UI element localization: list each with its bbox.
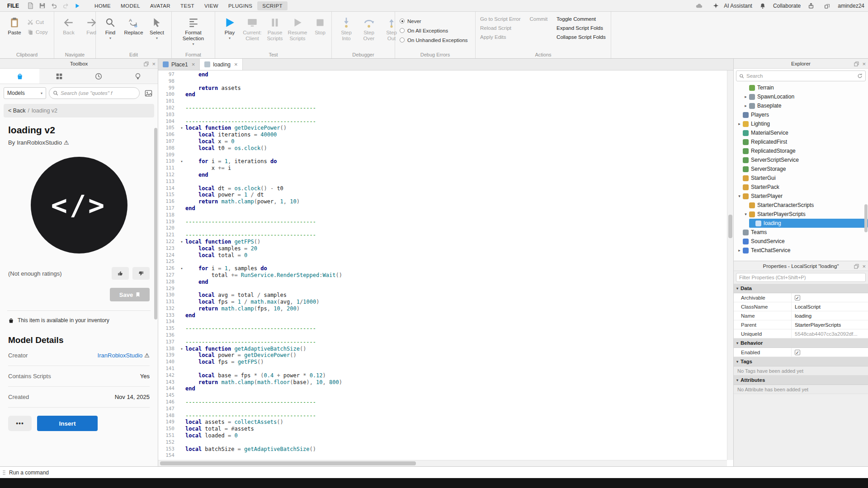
- explorer-item-starterplayerscripts[interactable]: ▾StarterPlayerScripts: [734, 210, 868, 219]
- toolbox-scrollbar-thumb[interactable]: [154, 128, 157, 319]
- line-number[interactable]: 135: [158, 325, 178, 332]
- line-number[interactable]: 111: [158, 165, 178, 172]
- find-button[interactable]: Find ▾: [100, 15, 120, 41]
- line-number[interactable]: 103: [158, 112, 178, 118]
- line-number[interactable]: 142: [158, 372, 178, 379]
- fold-arrow-icon[interactable]: ▾: [178, 125, 185, 131]
- back-button[interactable]: Back: [59, 15, 79, 37]
- line-number[interactable]: 122: [158, 239, 178, 245]
- explorer-item-replicatedfirst[interactable]: ReplicatedFirst: [734, 137, 868, 146]
- action-reload-script[interactable]: Reload Script: [480, 25, 520, 31]
- line-number[interactable]: 133: [158, 312, 178, 319]
- line-number[interactable]: 124: [158, 252, 178, 259]
- copy-button[interactable]: Copy: [27, 29, 48, 35]
- line-number[interactable]: 138: [158, 346, 178, 352]
- current-client-button[interactable]: Current:Client: [242, 15, 262, 43]
- code-line-120[interactable]: 120: [158, 225, 727, 232]
- explorer-item-starterplayer[interactable]: ▾StarterPlayer: [734, 192, 868, 201]
- line-number[interactable]: 115: [158, 192, 178, 198]
- line-number[interactable]: 140: [158, 359, 178, 366]
- line-number[interactable]: 126: [158, 265, 178, 272]
- action-expand-script-folds[interactable]: Expand Script Folds: [557, 25, 606, 31]
- step-into-button[interactable]: StepInto: [336, 15, 356, 43]
- expand-arrow-icon[interactable]: ▸: [743, 94, 749, 99]
- line-number[interactable]: 149: [158, 419, 178, 426]
- code-line-129[interactable]: 129: [158, 286, 727, 292]
- filter-properties-input[interactable]: [736, 273, 866, 282]
- editor-vertical-scrollbar[interactable]: [727, 70, 733, 460]
- format-selection-button[interactable]: Format Selection ▾: [176, 15, 210, 47]
- explorer-item-serverscriptservice[interactable]: ServerScriptService: [734, 155, 868, 164]
- code-line-136[interactable]: 136: [158, 332, 727, 339]
- menu-tab-view[interactable]: VIEW: [199, 1, 223, 10]
- image-view-icon[interactable]: [142, 87, 154, 99]
- radio-on-all-exceptions[interactable]: On All Exceptions: [400, 26, 471, 35]
- code-line-141[interactable]: 141: [158, 366, 727, 372]
- tab-recent[interactable]: [79, 69, 118, 84]
- explorer-item-loading[interactable]: loading: [734, 219, 868, 228]
- menu-tab-test[interactable]: TEST: [175, 1, 199, 10]
- code-line-145[interactable]: 145: [158, 392, 727, 399]
- line-number[interactable]: 150: [158, 426, 178, 432]
- line-number[interactable]: 137: [158, 339, 178, 346]
- radio-on-unhandled-exceptions[interactable]: On Unhandled Exceptions: [400, 35, 471, 45]
- line-number[interactable]: 146: [158, 399, 178, 406]
- line-number[interactable]: 154: [158, 452, 178, 459]
- line-number[interactable]: 104: [158, 118, 178, 125]
- author-link[interactable]: IranRobloxStudio: [17, 139, 62, 146]
- property-value[interactable]: 5548cab4407cc3a2092df...: [795, 331, 858, 337]
- code-line-135[interactable]: 135-------------------------------------…: [158, 325, 727, 332]
- code-line-99[interactable]: 99 return assets: [158, 85, 727, 92]
- editor-tab-loading[interactable]: loading×: [200, 59, 242, 70]
- expand-arrow-icon[interactable]: ▾: [743, 212, 749, 216]
- expand-arrow-icon[interactable]: ▸: [736, 248, 742, 253]
- code-line-138[interactable]: 138▾local function getAdaptiveBatchSize(…: [158, 346, 727, 352]
- explorer-item-players[interactable]: Players: [734, 110, 868, 119]
- code-line-119[interactable]: 119-------------------------------------…: [158, 219, 727, 225]
- notifications-bell-icon[interactable]: [759, 2, 766, 9]
- line-number[interactable]: 98: [158, 78, 178, 85]
- toolbox-search[interactable]: [49, 87, 140, 99]
- line-number[interactable]: 106: [158, 131, 178, 138]
- menu-tab-home[interactable]: HOME: [90, 1, 116, 10]
- explorer-item-materialservice[interactable]: MaterialService: [734, 128, 868, 137]
- line-number[interactable]: 113: [158, 178, 178, 185]
- code-line-111[interactable]: 111 x += i: [158, 165, 727, 172]
- code-line-114[interactable]: 114 local dt = os.clock() - t0: [158, 185, 727, 192]
- refresh-icon[interactable]: [857, 73, 863, 79]
- line-number[interactable]: 117: [158, 205, 178, 212]
- menu-tab-script[interactable]: SCRIPT: [257, 1, 288, 10]
- line-number[interactable]: 119: [158, 219, 178, 225]
- command-bar[interactable]: Run a command: [0, 466, 868, 478]
- code-line-110[interactable]: 110▾ for i = 1, iterations do: [158, 158, 727, 165]
- editor-tab-place1[interactable]: Place1×: [158, 59, 200, 70]
- line-number[interactable]: 108: [158, 145, 178, 152]
- explorer-item-lighting[interactable]: ▸Lighting: [734, 119, 868, 128]
- section-header-tags[interactable]: ▾Tags: [734, 357, 868, 366]
- open-icon[interactable]: [27, 2, 34, 9]
- thumbs-up-button[interactable]: [112, 267, 129, 280]
- line-number[interactable]: 127: [158, 272, 178, 279]
- drag-handle-icon[interactable]: [3, 470, 5, 475]
- line-number[interactable]: 121: [158, 232, 178, 239]
- action-toggle-comment[interactable]: Toggle Comment: [557, 16, 606, 22]
- code-line-117[interactable]: 117end: [158, 205, 727, 212]
- line-number[interactable]: 99: [158, 85, 178, 92]
- close-tab-icon[interactable]: ×: [234, 61, 238, 68]
- float-panel-icon[interactable]: [854, 264, 859, 269]
- editor-horizontal-scrollbar[interactable]: [158, 460, 727, 466]
- line-number[interactable]: 109: [158, 152, 178, 159]
- breadcrumb[interactable]: < Back / loading v2: [4, 104, 154, 117]
- section-header-data[interactable]: ▾Data: [734, 284, 868, 293]
- code-line-103[interactable]: 103: [158, 112, 727, 118]
- action-collapse-script-folds[interactable]: Collapse Script Folds: [557, 34, 606, 40]
- code-line-97[interactable]: 97 end: [158, 71, 727, 78]
- line-number[interactable]: 143: [158, 379, 178, 386]
- action-commit[interactable]: Commit: [529, 16, 547, 22]
- code-line-108[interactable]: 108 local t0 = os.clock(): [158, 145, 727, 152]
- close-panel-icon[interactable]: ×: [862, 263, 866, 270]
- expand-arrow-icon[interactable]: ▸: [743, 103, 749, 108]
- line-number[interactable]: 110: [158, 158, 178, 165]
- code-line-132[interactable]: 132 return math.clamp(fps, 10, 200): [158, 305, 727, 312]
- code-line-122[interactable]: 122▾local function getFPS(): [158, 239, 727, 245]
